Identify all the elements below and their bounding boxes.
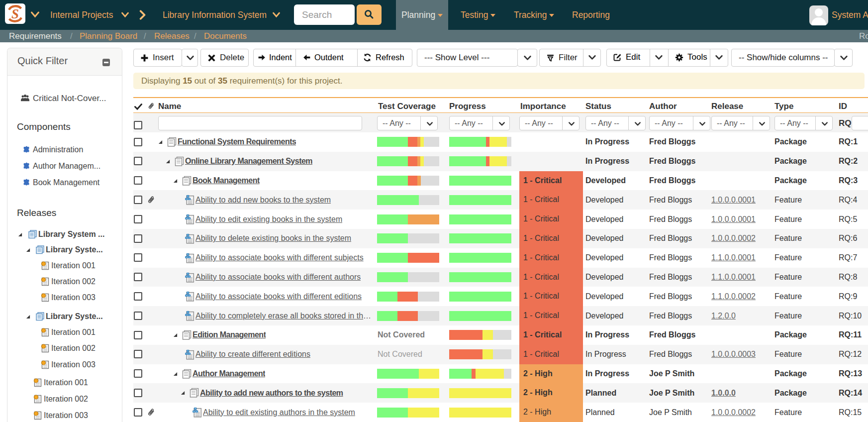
svg-text:S: S bbox=[11, 6, 19, 21]
